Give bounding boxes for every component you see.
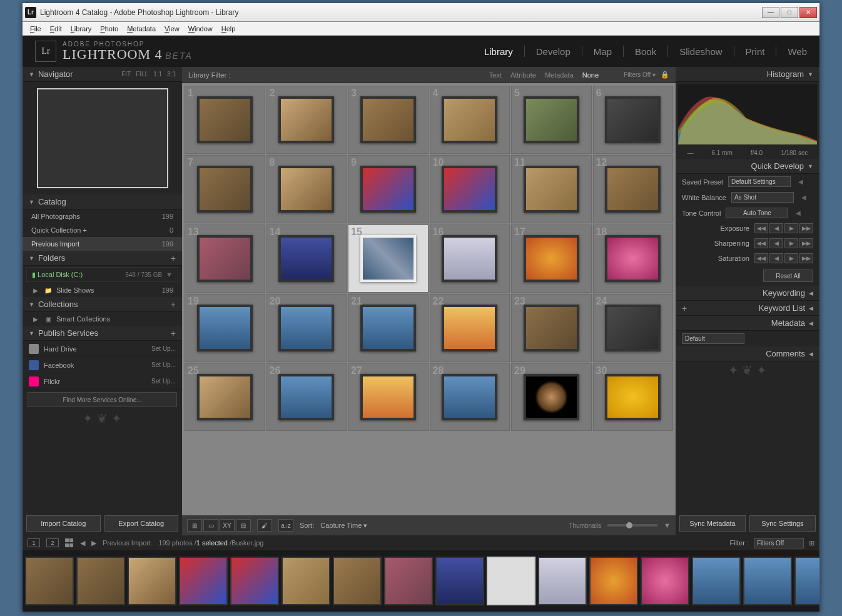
filmstrip-thumb[interactable] bbox=[282, 557, 330, 605]
filter-tab-none[interactable]: None bbox=[582, 71, 599, 79]
module-print[interactable]: Print bbox=[746, 46, 765, 57]
grid-cell[interactable]: 18 bbox=[593, 225, 674, 293]
menu-help[interactable]: Help bbox=[218, 24, 240, 34]
publish-header[interactable]: ▼Publish Services + bbox=[23, 326, 182, 341]
grid-cell[interactable]: 25 bbox=[185, 363, 265, 432]
menu-metadata[interactable]: Metadata bbox=[123, 24, 160, 34]
step-minus[interactable]: ◀ bbox=[769, 238, 783, 248]
back-arrow-icon[interactable]: ◀ bbox=[80, 539, 85, 547]
grid-cell[interactable]: 4 bbox=[430, 86, 510, 154]
catalog-row[interactable]: Previous Import199 bbox=[23, 237, 182, 251]
sort-direction-icon[interactable]: a↓z bbox=[278, 519, 293, 532]
grid-cell[interactable]: 28 bbox=[430, 363, 510, 432]
add-folder-icon[interactable]: + bbox=[171, 253, 176, 263]
publish-row[interactable]: Hard DriveSet Up... bbox=[23, 341, 182, 357]
filmstrip-thumb[interactable] bbox=[25, 557, 74, 605]
module-develop[interactable]: Develop bbox=[536, 46, 571, 57]
filmstrip-thumb[interactable] bbox=[589, 557, 638, 605]
grid-cell[interactable]: 13 bbox=[185, 225, 265, 293]
thumbnail-grid[interactable]: 1234567891011121314151617181920212223242… bbox=[182, 83, 676, 515]
grid-cell[interactable]: 23 bbox=[511, 294, 592, 362]
collections-header[interactable]: ▼Collections + bbox=[23, 297, 182, 312]
grid-cell[interactable]: 30 bbox=[593, 363, 674, 432]
module-book[interactable]: Book bbox=[635, 46, 656, 57]
publish-row[interactable]: FlickrSet Up... bbox=[23, 373, 182, 390]
nav-mode-fit[interactable]: FIT bbox=[121, 71, 131, 78]
grid-cell[interactable]: 22 bbox=[430, 294, 510, 362]
navigator-preview[interactable] bbox=[23, 82, 182, 194]
grid-cell[interactable]: 10 bbox=[430, 155, 510, 223]
filmstrip-filter-dropdown[interactable]: Filters Off bbox=[754, 538, 804, 548]
step-minus[interactable]: ◀ bbox=[769, 223, 783, 233]
minimize-button[interactable]: — bbox=[762, 7, 779, 18]
sync-metadata-button[interactable]: Sync Metadata bbox=[679, 515, 746, 532]
menu-edit[interactable]: Edit bbox=[46, 24, 66, 34]
grid-cell[interactable]: 19 bbox=[185, 294, 265, 362]
catalog-header[interactable]: ▼Catalog bbox=[23, 194, 182, 210]
collection-row[interactable]: ▶▣Smart Collections bbox=[23, 312, 182, 326]
nav-mode-1:1[interactable]: 1:1 bbox=[153, 71, 162, 78]
folder-row[interactable]: ▶📁Slide Shows199 bbox=[23, 283, 182, 297]
filmstrip-thumb[interactable] bbox=[230, 557, 279, 605]
menu-file[interactable]: File bbox=[26, 24, 45, 34]
filmstrip-thumb[interactable] bbox=[435, 557, 484, 605]
forward-arrow-icon[interactable]: ▶ bbox=[91, 539, 96, 547]
grid-cell[interactable]: 12 bbox=[593, 155, 674, 223]
grid-cell[interactable]: 20 bbox=[266, 294, 347, 362]
grid-cell[interactable]: 16 bbox=[430, 225, 510, 293]
panel-comments[interactable]: Comments◀ bbox=[676, 346, 819, 361]
menu-window[interactable]: Window bbox=[185, 24, 216, 34]
compare-view-icon[interactable]: XY bbox=[220, 519, 235, 532]
filter-tab-attribute[interactable]: Attribute bbox=[510, 71, 536, 79]
grid-view-icon[interactable]: ⊞ bbox=[187, 519, 202, 532]
autotone-button[interactable]: Auto Tone bbox=[726, 208, 788, 218]
preset-dropdown[interactable]: Default Settings bbox=[728, 176, 791, 187]
filmstrip-thumb[interactable] bbox=[76, 557, 125, 605]
thumbnail-size-slider[interactable] bbox=[607, 524, 657, 527]
grid-icon[interactable] bbox=[65, 538, 74, 547]
histogram-header[interactable]: Histogram▼ bbox=[676, 67, 819, 82]
import-catalog-button[interactable]: Import Catalog bbox=[26, 515, 101, 532]
filmstrip-toggle-icon[interactable]: ⊞ bbox=[809, 539, 814, 547]
module-slideshow[interactable]: Slideshow bbox=[679, 46, 722, 57]
setup-button[interactable]: Set Up... bbox=[151, 378, 176, 385]
filmstrip-thumb[interactable] bbox=[487, 557, 535, 605]
filmstrip-thumb[interactable] bbox=[538, 557, 587, 605]
wb-dropdown[interactable]: As Shot bbox=[731, 192, 794, 203]
filmstrip-thumb[interactable] bbox=[743, 557, 792, 605]
toolbar-chevron-icon[interactable]: ▼ bbox=[664, 522, 671, 529]
menu-photo[interactable]: Photo bbox=[96, 24, 122, 34]
grid-cell[interactable]: 29 bbox=[511, 363, 592, 432]
breadcrumb[interactable]: Previous Import 199 photos /1 selected /… bbox=[103, 539, 263, 547]
setup-button[interactable]: Set Up... bbox=[151, 345, 176, 352]
panel-keyword-list[interactable]: +Keyword List◀ bbox=[676, 301, 819, 316]
step-minus-big[interactable]: ◀◀ bbox=[754, 238, 768, 248]
sync-settings-button[interactable]: Sync Settings bbox=[749, 515, 816, 532]
monitor-1-button[interactable]: 1 bbox=[28, 538, 40, 547]
grid-cell[interactable]: 8 bbox=[266, 155, 347, 223]
add-publish-icon[interactable]: + bbox=[171, 328, 176, 338]
filmstrip-thumb[interactable] bbox=[692, 557, 741, 605]
reset-all-button[interactable]: Reset All bbox=[763, 270, 813, 282]
quickdevelop-header[interactable]: Quick Develop▼ bbox=[676, 159, 819, 174]
metadata-preset-dropdown[interactable]: Default bbox=[682, 333, 744, 344]
step-plus-big[interactable]: ▶▶ bbox=[799, 253, 813, 263]
menu-view[interactable]: View bbox=[161, 24, 183, 34]
module-library[interactable]: Library bbox=[484, 46, 513, 57]
module-web[interactable]: Web bbox=[788, 46, 807, 57]
grid-cell[interactable]: 2 bbox=[266, 86, 347, 154]
chevron-left-icon[interactable]: ◀ bbox=[796, 210, 801, 216]
step-minus-big[interactable]: ◀◀ bbox=[754, 253, 768, 263]
filmstrip-thumb[interactable] bbox=[333, 557, 382, 605]
grid-cell[interactable]: 6 bbox=[593, 86, 674, 154]
filmstrip-thumb[interactable] bbox=[794, 557, 819, 605]
chevron-left-icon[interactable]: ◀ bbox=[801, 194, 806, 201]
navigator-header[interactable]: ▼Navigator FITFILL1:13:1 bbox=[23, 67, 182, 82]
chevron-left-icon[interactable]: ◀ bbox=[798, 178, 803, 185]
step-plus[interactable]: ▶ bbox=[784, 223, 798, 233]
step-plus-big[interactable]: ▶▶ bbox=[799, 223, 813, 233]
export-catalog-button[interactable]: Export Catalog bbox=[104, 515, 179, 532]
add-keyword-icon[interactable]: + bbox=[682, 303, 687, 313]
filmstrip-thumb[interactable] bbox=[128, 557, 176, 605]
step-minus[interactable]: ◀ bbox=[769, 253, 783, 263]
